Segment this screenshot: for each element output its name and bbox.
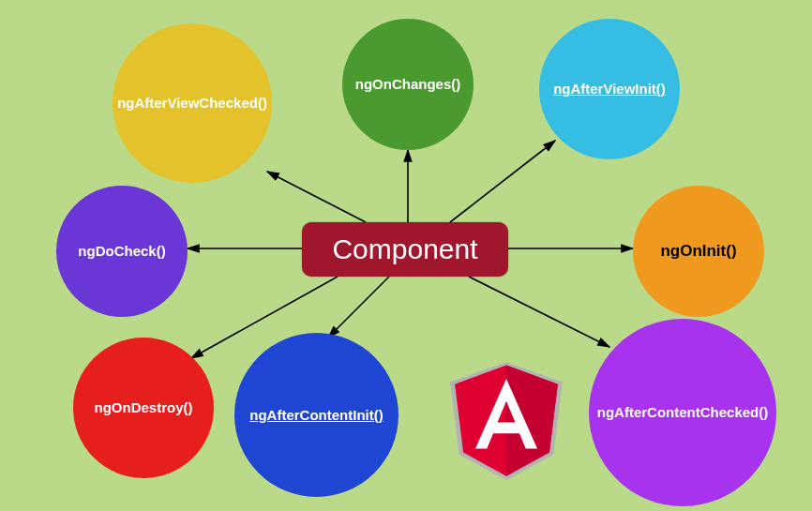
node-ngAfterViewInit[interactable]: ngAfterViewInit() [539, 19, 680, 159]
node-ngOnDestroy: ngOnDestroy() [73, 338, 214, 478]
component-center: Component [302, 222, 508, 277]
node-label: ngAfterViewChecked() [117, 95, 267, 111]
node-ngAfterViewChecked: ngAfterViewChecked() [113, 23, 272, 183]
node-label: ngOnInit() [660, 242, 736, 261]
svg-line-0 [267, 172, 366, 222]
node-ngOnChanges: ngOnChanges() [342, 19, 474, 150]
node-ngAfterContentInit[interactable]: ngAfterContentInit() [234, 333, 398, 497]
node-link[interactable]: ngAfterViewInit() [553, 81, 666, 97]
node-label: ngDoCheck() [78, 243, 165, 259]
node-label: ngAfterContentChecked() [597, 404, 769, 420]
node-label: ngOnChanges() [355, 76, 461, 92]
svg-line-2 [450, 141, 555, 222]
node-label: ngOnDestroy() [95, 399, 193, 415]
node-label: ngAfterViewInit() [553, 81, 666, 97]
svg-line-7 [469, 277, 609, 347]
node-ngOnInit: ngOnInit() [633, 186, 764, 317]
node-label: ngAfterContentInit() [249, 407, 383, 423]
angular-logo [441, 347, 572, 488]
lifecycle-diagram: Component ngAfterViewChecked() ngOnChang… [0, 0, 812, 511]
node-ngAfterContentChecked: ngAfterContentChecked() [589, 319, 776, 506]
node-link[interactable]: ngAfterContentInit() [249, 407, 383, 423]
component-label: Component [332, 233, 477, 265]
svg-line-6 [328, 277, 389, 338]
node-ngDoCheck: ngDoCheck() [56, 186, 188, 317]
svg-marker-10 [506, 366, 558, 476]
